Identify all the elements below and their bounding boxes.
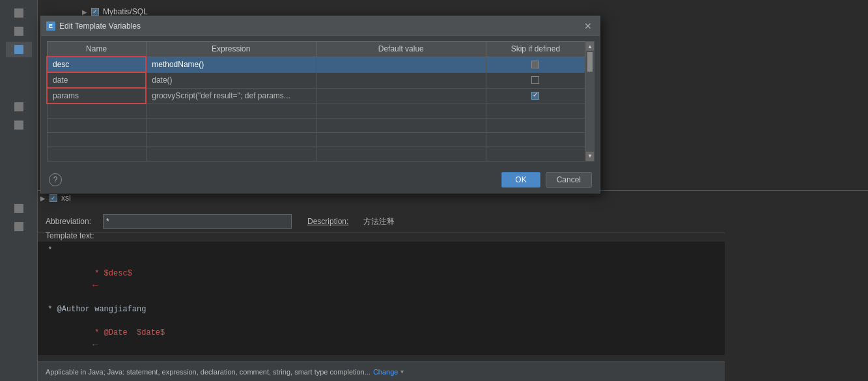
col-expression: Expression — [146, 42, 316, 57]
empty3-skip — [486, 132, 585, 147]
code-line-2: * $desc$ ← — [43, 256, 720, 303]
xsl-label: xsl — [61, 193, 71, 203]
col-default: Default value — [316, 42, 486, 57]
sidebar-item-7[interactable] — [6, 219, 32, 234]
change-link[interactable]: Change — [373, 368, 399, 376]
code-line-3: * @Author wangjiafang — [43, 303, 720, 315]
template-variables-table: Name Expression Default value Skip if de… — [46, 41, 585, 162]
row3-default — [316, 88, 486, 104]
dialog-action-buttons: OK Cancel — [501, 172, 592, 188]
row2-expression: date() — [146, 72, 316, 88]
sidebar-icon-4 — [14, 102, 23, 111]
xsl-arrow: ▶ — [40, 195, 46, 202]
mybatis-checkbox[interactable]: ✓ — [91, 8, 99, 16]
abbreviation-label: Abbreviation: — [46, 217, 98, 226]
dialog-close-button[interactable]: ✕ — [581, 20, 595, 33]
code-span-2: * $desc$ — [90, 269, 132, 278]
empty2-skip — [486, 118, 585, 132]
abbreviation-input[interactable] — [103, 214, 292, 229]
empty4-name — [47, 147, 146, 161]
empty4-expr — [146, 147, 316, 161]
ide-background: ▶ ✓ Mybatis/SQL ▶ ✓ xsl Abbreviation: De… — [0, 0, 868, 381]
xsl-checkbox[interactable]: ✓ — [49, 194, 57, 202]
dialog-titlebar: E Edit Template Variables ✕ — [41, 16, 600, 36]
dialog-footer: ? OK Cancel — [41, 167, 600, 193]
table-wrapper: Name Expression Default value Skip if de… — [46, 41, 595, 162]
row2-skip-checkbox[interactable] — [531, 76, 539, 84]
sidebar-item-2[interactable] — [6, 23, 32, 39]
empty1-default — [316, 104, 486, 118]
row1-default — [316, 57, 486, 72]
table-row-empty-3 — [47, 132, 585, 147]
dialog-body: Name Expression Default value Skip if de… — [41, 36, 600, 167]
edit-template-variables-dialog: E Edit Template Variables ✕ Name Express… — [40, 16, 600, 193]
scroll-track — [586, 51, 594, 152]
empty3-name — [47, 132, 146, 147]
mybatis-arrow: ▶ — [82, 8, 87, 16]
table-row[interactable]: date date() — [47, 72, 585, 88]
main-content: ▶ ✓ Mybatis/SQL ▶ ✓ xsl Abbreviation: De… — [38, 0, 868, 381]
sidebar-item-5[interactable] — [6, 117, 32, 133]
row1-skip-checkbox[interactable] — [531, 61, 539, 68]
row1-skip — [486, 57, 585, 72]
cancel-button[interactable]: Cancel — [546, 172, 592, 188]
row3-skip — [486, 88, 585, 104]
table-row-empty-2 — [47, 118, 585, 132]
scroll-down-button[interactable]: ▼ — [586, 152, 594, 161]
code-line-4: * @Date $date$ ← — [43, 315, 720, 355]
description-label: Description: — [307, 217, 353, 226]
sidebar-icon-5 — [14, 120, 23, 130]
table-row-empty-1 — [47, 104, 585, 118]
code-line-1: * — [43, 244, 720, 256]
code-span-4: * @Date $date$ — [90, 328, 165, 337]
row2-skip — [486, 72, 585, 88]
sidebar-icon-6 — [14, 204, 23, 213]
sidebar-item-1[interactable] — [6, 5, 32, 21]
scroll-thumb[interactable] — [587, 52, 593, 72]
sidebar-item-6[interactable] — [6, 201, 32, 216]
col-name: Name — [47, 42, 146, 57]
sidebar-item-3[interactable] — [6, 42, 32, 57]
empty4-default — [316, 147, 486, 161]
row2-default — [316, 72, 486, 88]
title-icon-letter: E — [49, 23, 53, 29]
sidebar-icon-2 — [14, 27, 23, 36]
sidebar-icon-7 — [14, 222, 23, 231]
row1-name: desc — [47, 57, 146, 72]
row2-name: date — [47, 72, 146, 88]
dialog-title: Edit Template Variables — [59, 21, 141, 31]
sidebar-icon-1 — [14, 8, 23, 18]
table-scrollbar[interactable]: ▲ ▼ — [585, 41, 595, 162]
applicable-bar: Applicable in Java; Java: statement, exp… — [38, 361, 725, 381]
description-value: 方法注释 — [363, 216, 395, 227]
empty1-expr — [146, 104, 316, 118]
row1-expression: methodName() — [146, 57, 316, 72]
row3-expression: groovyScript("def result=''; def params.… — [146, 88, 316, 104]
applicable-text: Applicable in Java; Java: statement, exp… — [46, 368, 371, 376]
dialog-title-icon: E — [46, 21, 55, 31]
col-skip: Skip if defined — [486, 42, 585, 57]
template-code-area[interactable]: * * $desc$ ← * @Author wangjiafang * @Da… — [38, 242, 725, 355]
empty1-name — [47, 104, 146, 118]
mybatis-label: Mybatis/SQL — [103, 7, 148, 16]
empty2-default — [316, 118, 486, 132]
change-dropdown-arrow: ▾ — [400, 368, 404, 375]
empty3-default — [316, 132, 486, 147]
scroll-up-button[interactable]: ▲ — [586, 42, 594, 51]
sidebar-icon-3 — [14, 45, 23, 54]
table-row[interactable]: desc methodName() — [47, 57, 585, 72]
arrow-2: ← — [92, 339, 98, 350]
table-row-empty-4 — [47, 147, 585, 161]
sidebar-item-4[interactable] — [6, 99, 32, 115]
empty3-expr — [146, 132, 316, 147]
table-row[interactable]: params groovyScript("def result=''; def … — [47, 88, 585, 104]
xsl-bar: ▶ ✓ xsl — [40, 193, 71, 203]
arrow-1: ← — [92, 279, 98, 291]
row3-name: params — [47, 88, 146, 104]
empty2-name — [47, 118, 146, 132]
empty4-skip — [486, 147, 585, 161]
row3-skip-checkbox[interactable] — [531, 92, 539, 100]
help-button[interactable]: ? — [49, 173, 62, 186]
dialog-titlebar-left: E Edit Template Variables — [46, 21, 141, 31]
ok-button[interactable]: OK — [501, 172, 540, 188]
